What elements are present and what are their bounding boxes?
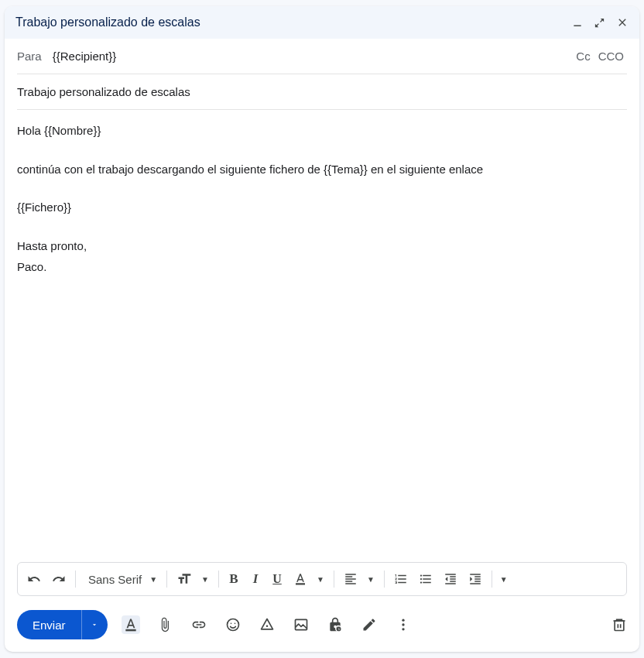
body-line: Hola {{Nombre}}: [17, 121, 627, 141]
action-row: Enviar: [5, 604, 639, 652]
to-label: Para: [17, 50, 42, 63]
recipients-row[interactable]: Para {{Recipient}} Cc CCO: [17, 39, 627, 74]
send-button[interactable]: Enviar: [17, 610, 81, 639]
bold-icon[interactable]: B: [224, 568, 244, 590]
numbered-list-icon[interactable]: [389, 568, 413, 590]
attach-icons: [122, 615, 413, 634]
attach-file-icon[interactable]: [156, 615, 174, 634]
send-options-button[interactable]: [81, 610, 108, 639]
send-group: Enviar: [17, 610, 108, 639]
recipient-field[interactable]: {{Recipient}}: [53, 50, 566, 63]
indent-less-icon[interactable]: [439, 568, 462, 590]
separator: [75, 571, 76, 588]
compose-title: Trabajo personalizado de escalas: [15, 15, 200, 29]
insert-emoji-icon[interactable]: [224, 615, 242, 634]
format-toggle-icon[interactable]: [122, 615, 140, 634]
svg-rect-2: [125, 629, 135, 632]
close-icon[interactable]: [616, 16, 629, 29]
redo-icon[interactable]: [47, 568, 70, 590]
bcc-button[interactable]: CCO: [598, 50, 624, 63]
discard-draft-icon[interactable]: [611, 617, 627, 632]
svg-point-6: [265, 625, 268, 627]
fullscreen-icon[interactable]: [594, 17, 605, 29]
undo-icon[interactable]: [22, 568, 46, 590]
svg-rect-13: [615, 621, 624, 631]
chevron-down-icon[interactable]: ▼: [313, 575, 329, 584]
insert-signature-icon[interactable]: [360, 615, 379, 634]
titlebar: Trabajo personalizado de escalas: [5, 6, 639, 39]
indent-more-icon[interactable]: [464, 568, 487, 590]
chevron-down-icon[interactable]: ▼: [364, 575, 379, 584]
window-controls: [572, 16, 629, 29]
svg-point-12: [402, 628, 404, 630]
compose-window: Trabajo personalizado de escalas Para {{…: [5, 6, 639, 652]
body-line: continúa con el trabajo descargando el s…: [17, 159, 627, 180]
minimize-icon[interactable]: [572, 17, 583, 28]
insert-photo-icon[interactable]: [292, 615, 310, 634]
svg-point-11: [402, 623, 404, 625]
separator: [384, 571, 385, 588]
separator: [218, 571, 219, 588]
svg-point-5: [234, 623, 235, 625]
separator: [166, 571, 167, 588]
underline-icon[interactable]: U: [267, 568, 287, 590]
subject-field[interactable]: Trabajo personalizado de escalas: [17, 74, 627, 110]
cc-button[interactable]: Cc: [576, 50, 590, 63]
cc-bcc-group: Cc CCO: [576, 50, 624, 63]
svg-point-4: [230, 623, 231, 625]
svg-point-10: [402, 619, 404, 622]
italic-icon[interactable]: I: [245, 568, 265, 590]
email-body[interactable]: Hola {{Nombre}} continúa con el trabajo …: [5, 110, 639, 562]
separator: [492, 571, 492, 588]
more-formatting-icon[interactable]: ▼: [497, 575, 512, 584]
font-family-select[interactable]: Sans Serif: [80, 573, 145, 586]
align-icon[interactable]: [339, 568, 362, 590]
formatting-toolbar: Sans Serif ▼ ▼ B I U ▼ ▼: [17, 562, 627, 596]
chevron-down-icon[interactable]: ▼: [146, 575, 162, 584]
svg-point-3: [227, 619, 238, 631]
insert-link-icon[interactable]: [190, 615, 208, 634]
confidential-mode-icon[interactable]: [326, 615, 344, 634]
insert-drive-icon[interactable]: [258, 615, 276, 634]
separator: [334, 571, 334, 588]
body-line: Paco.: [17, 257, 627, 277]
svg-rect-1: [296, 583, 305, 584]
font-size-icon[interactable]: [172, 568, 197, 590]
text-color-icon[interactable]: [289, 568, 312, 590]
bulleted-list-icon[interactable]: [414, 568, 437, 590]
body-line: Hasta pronto,: [17, 236, 627, 256]
chevron-down-icon[interactable]: ▼: [198, 575, 214, 584]
more-options-icon[interactable]: [394, 615, 413, 634]
svg-rect-0: [574, 26, 581, 26]
body-line: {{Fichero}}: [17, 197, 627, 218]
